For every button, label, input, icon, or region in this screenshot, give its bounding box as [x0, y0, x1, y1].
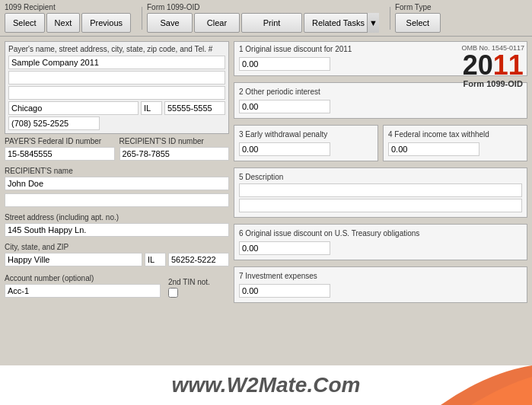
previous-button[interactable]: Previous: [81, 13, 131, 33]
year-display: 2011: [461, 52, 524, 79]
form-group: Form 1099-OID Save Clear Print Related T…: [147, 3, 379, 33]
form-type-buttons: Select: [395, 13, 441, 33]
payer-federal-input[interactable]: [5, 147, 115, 161]
recipient-name-field: RECIPIENT'S name: [5, 167, 229, 207]
recipient-label: 1099 Recipient: [5, 3, 131, 11]
city-state-zip-field: City, state, and ZIP: [5, 243, 229, 268]
street-address-field: Street address (including apt. no.): [5, 213, 229, 237]
field3-section: 3 Early withdrawal penalty: [234, 125, 378, 161]
account-field: Account number (optional): [5, 274, 161, 298]
payer-phone-input[interactable]: [8, 116, 100, 130]
city-input[interactable]: [5, 253, 142, 266]
recipient-group: 1099 Recipient Select Next Previous: [5, 3, 131, 33]
field5-input2[interactable]: [239, 199, 522, 212]
year-suffix: 11: [493, 49, 524, 81]
field2-input[interactable]: [239, 100, 330, 113]
city-state-zip-label: City, state, and ZIP: [5, 243, 229, 251]
main-window: 1099 Recipient Select Next Previous Form…: [0, 0, 532, 405]
tin-checkbox[interactable]: [168, 288, 178, 298]
year-prefix: 20: [463, 49, 493, 81]
field3-label: 3 Early withdrawal penalty: [239, 130, 373, 139]
field4-label: 4 Federal income tax withheld: [388, 130, 522, 139]
payer-city-row: [8, 101, 225, 115]
payer-address2-input[interactable]: [8, 86, 225, 100]
print-button[interactable]: Print: [241, 13, 302, 33]
recipient-name2-input[interactable]: [5, 193, 229, 207]
recipient-buttons: Select Next Previous: [5, 13, 131, 33]
city-state-zip-row: [5, 253, 229, 266]
payer-zip-input[interactable]: [164, 101, 225, 115]
recipient-id-field: RECIPIENT'S ID number: [119, 137, 230, 161]
payer-city-input[interactable]: [8, 101, 139, 115]
field2-label: 2 Other periodic interest: [239, 88, 405, 96]
separator-1: [142, 7, 142, 30]
form-type-group: Form Type Select: [395, 3, 441, 33]
clear-button[interactable]: Clear: [194, 13, 240, 33]
id-row: PAYER'S Federal ID number RECIPIENT'S ID…: [5, 137, 229, 164]
payer-address1-input[interactable]: [8, 71, 225, 85]
field7-label: 7 Investment expenses: [239, 272, 522, 280]
field4-section: 4 Federal income tax withheld: [383, 125, 527, 161]
form-area: Payer's name, street address, city, stat…: [0, 37, 532, 365]
field6-label: 6 Original issue discount on U.S. Treasu…: [239, 229, 522, 238]
watermark-bar: www.W2Mate.Com: [0, 365, 532, 405]
related-tasks-arrow[interactable]: ▼: [367, 13, 379, 33]
separator-2: [390, 7, 390, 30]
zip-input[interactable]: [168, 253, 229, 266]
recipient-name-label: RECIPIENT'S name: [5, 167, 229, 175]
form-type-label: Form Type: [395, 3, 441, 11]
field3-input[interactable]: [239, 142, 330, 156]
omb-area: OMB No. 1545-0117 2011 Form 1099-OID: [458, 41, 527, 91]
form-label: Form 1099-OID: [147, 3, 379, 11]
field4-input[interactable]: [388, 142, 479, 156]
recipient-name-input[interactable]: [5, 177, 229, 190]
tin-label: 2nd TIN not.: [168, 278, 229, 286]
state-input[interactable]: [145, 253, 166, 266]
payer-section: Payer's name, street address, city, stat…: [5, 41, 229, 134]
field5-input[interactable]: [239, 183, 522, 197]
recipient-id-label: RECIPIENT'S ID number: [119, 137, 230, 145]
street-address-input[interactable]: [5, 223, 229, 237]
save-button[interactable]: Save: [147, 13, 193, 33]
related-tasks-group: Related Tasks ▼: [304, 13, 379, 33]
field6-input[interactable]: [239, 241, 330, 255]
account-label: Account number (optional): [5, 274, 161, 282]
recipient-id-input[interactable]: [119, 147, 230, 161]
form-name-display: Form 1099-OID: [461, 79, 524, 88]
form-type-select-button[interactable]: Select: [395, 13, 441, 33]
payer-federal-label: PAYER'S Federal ID number: [5, 137, 115, 145]
form-buttons: Save Clear Print Related Tasks ▼: [147, 13, 379, 33]
field7-section: 7 Investment expenses: [234, 266, 527, 303]
fields-3-4-row: 3 Early withdrawal penalty 4 Federal inc…: [234, 125, 527, 164]
field1-label: 1 Original issue discount for 2011: [239, 45, 405, 53]
toolbar: 1099 Recipient Select Next Previous Form…: [0, 0, 532, 37]
street-address-label: Street address (including apt. no.): [5, 213, 229, 222]
field7-input[interactable]: [239, 284, 330, 298]
field5-label: 5 Description: [239, 173, 522, 181]
payer-section-label: Payer's name, street address, city, stat…: [8, 45, 225, 53]
tin-field: 2nd TIN not.: [168, 278, 229, 298]
tin-checkbox-row: [168, 288, 229, 298]
account-input[interactable]: [5, 284, 161, 298]
select-recipient-button[interactable]: Select: [5, 13, 45, 33]
payer-federal-field: PAYER'S Federal ID number: [5, 137, 115, 161]
watermark-text: www.W2Mate.Com: [6, 368, 526, 402]
field1-input[interactable]: [239, 57, 330, 71]
next-button[interactable]: Next: [46, 13, 81, 33]
field6-section: 6 Original issue discount on U.S. Treasu…: [234, 224, 527, 260]
account-row: Account number (optional) 2nd TIN not.: [5, 274, 229, 298]
payer-name-input[interactable]: [8, 56, 225, 69]
payer-state-input[interactable]: [141, 101, 162, 115]
left-panel: Payer's name, street address, city, stat…: [5, 41, 229, 361]
field5-section: 5 Description: [234, 167, 527, 218]
right-panel: OMB No. 1545-0117 2011 Form 1099-OID 1 O…: [234, 41, 527, 361]
